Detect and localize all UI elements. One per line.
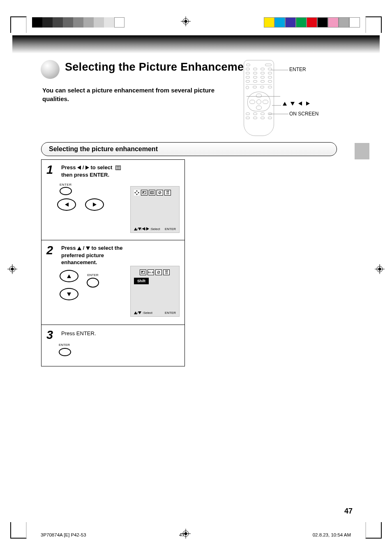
osd-panel: B.L.B ABCD Shift / :Select ENTER	[130, 266, 180, 317]
right-button-icon	[85, 198, 104, 211]
svg-marker-18	[134, 192, 136, 193]
heading-bullet-icon	[41, 60, 60, 79]
osd-icon	[140, 269, 146, 275]
osd-icon	[157, 190, 163, 196]
osd-icon: B.L.B	[148, 269, 154, 275]
grayscale-swatches	[32, 17, 125, 28]
svg-line-30	[158, 272, 159, 273]
panel-enter-label: ENTER	[165, 311, 176, 315]
enter-label: ENTER	[60, 183, 72, 187]
step-number: 2	[46, 244, 53, 257]
footer-page: 47	[179, 532, 184, 537]
svg-marker-17	[136, 194, 138, 195]
svg-marker-19	[138, 192, 139, 193]
enter-label: ENTER	[59, 343, 70, 347]
step-1: 1 Press / to select then press ENTER. EN…	[42, 160, 184, 240]
remote-callout-onscreen: ON SCREEN	[289, 111, 318, 117]
panel-select-label: :Select	[150, 227, 160, 231]
triangle-down-icon	[67, 292, 71, 296]
footer-timestamp: 02.8.23, 10:54 AM	[313, 532, 351, 537]
triangle-right-icon	[85, 166, 89, 170]
crop-mark	[365, 16, 382, 33]
enter-button-icon	[59, 348, 71, 356]
svg-rect-28	[142, 272, 143, 272]
footer-meta: 3P70874A [E] P42-53 47	[41, 532, 184, 537]
triangle-up-icon	[67, 274, 71, 278]
panel-enter-label: ENTER	[165, 227, 176, 231]
triangle-down-icon	[138, 311, 141, 314]
enter-label: ENTER	[87, 273, 99, 277]
down-button-icon	[60, 288, 78, 300]
callout-line	[272, 105, 281, 106]
registration-mark-icon	[181, 16, 191, 26]
steps-box: 1 Press / to select then press ENTER. EN…	[41, 159, 185, 366]
osd-icon	[155, 269, 162, 275]
remote-callout-enter: ENTER	[289, 67, 306, 72]
step-2: 2 Press / to select the preferred pictur…	[42, 240, 184, 325]
step-2-text: Press / to select the preferred picture …	[61, 244, 180, 266]
triangle-left-icon	[65, 203, 69, 207]
callout-line	[270, 70, 288, 70]
text: then press ENTER.	[61, 172, 109, 178]
registration-mark-icon	[7, 264, 17, 274]
text: to select the	[90, 245, 122, 251]
crop-mark	[10, 522, 27, 539]
triangle-down-icon	[86, 246, 90, 250]
triangle-up-icon	[77, 246, 81, 250]
text: preferred picture	[61, 252, 104, 258]
page: Selecting the Picture Enhancement You ca…	[0, 0, 392, 555]
step-number: 1	[46, 163, 53, 177]
left-button-icon	[57, 198, 76, 211]
up-button-icon	[60, 270, 78, 282]
text: Press	[61, 245, 77, 251]
color-swatches	[264, 17, 360, 28]
svg-rect-22	[150, 191, 154, 194]
triangle-left-icon	[142, 227, 145, 230]
svg-rect-21	[143, 192, 144, 193]
osd-icon: ABCD	[164, 190, 171, 196]
panel-footer: /// :Select	[134, 227, 160, 231]
text: to select	[89, 164, 114, 170]
side-tab	[355, 143, 369, 159]
shift-arrows-icon	[134, 190, 140, 196]
triangle-down-icon	[291, 102, 295, 106]
step-3-text: Press ENTER.	[61, 330, 96, 336]
registration-mark-icon	[375, 264, 385, 274]
step-number: 3	[46, 328, 53, 342]
text: enhancement.	[61, 259, 97, 265]
panel-select-label: :Select	[142, 311, 152, 315]
osd-icon	[149, 190, 155, 196]
page-number: 47	[344, 507, 353, 516]
section-heading: Selecting the picture enhancement	[41, 142, 337, 156]
triangle-right-icon	[146, 227, 149, 230]
osd-icon	[141, 190, 148, 196]
triangle-up-icon	[283, 102, 287, 106]
page-title: Selecting the Picture Enhancement	[65, 61, 255, 74]
shift-badge: Shift	[134, 278, 149, 284]
triangle-left-icon	[77, 166, 81, 170]
svg-marker-16	[136, 190, 138, 191]
svg-line-26	[159, 192, 161, 193]
triangle-left-icon	[298, 101, 302, 106]
triangle-right-icon	[93, 203, 97, 207]
page-subtitle: You can select a picture enhancement fro…	[42, 86, 235, 103]
picture-enhancement-icon	[115, 166, 121, 170]
callout-line	[247, 96, 280, 97]
header-gradient	[12, 35, 380, 53]
enter-button-icon	[87, 278, 99, 288]
osd-icon: ABCD	[163, 269, 170, 275]
step-3: 3 Press ENTER. ENTER	[42, 325, 184, 366]
triangle-down-icon	[138, 228, 141, 230]
crop-mark	[10, 16, 27, 33]
osd-panel: ABCD /// :Select ENTER	[130, 186, 180, 233]
remote-callout-dpad	[283, 99, 310, 106]
triangle-up-icon	[134, 228, 137, 230]
triangle-up-icon	[134, 311, 137, 314]
footer-doc-id: 3P70874A [E] P42-53	[41, 532, 86, 537]
enter-button-icon	[60, 187, 72, 195]
callout-line	[269, 114, 288, 114]
remote-control-illustration	[244, 60, 274, 136]
panel-footer: / :Select	[134, 311, 152, 315]
text: Press	[61, 164, 77, 170]
crop-mark	[365, 522, 382, 539]
